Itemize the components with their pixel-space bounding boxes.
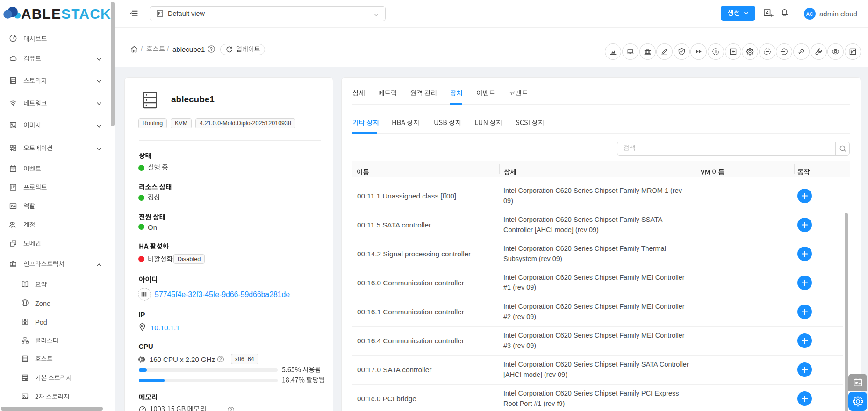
svg-text:ABLESTACK: ABLESTACK	[21, 6, 111, 21]
